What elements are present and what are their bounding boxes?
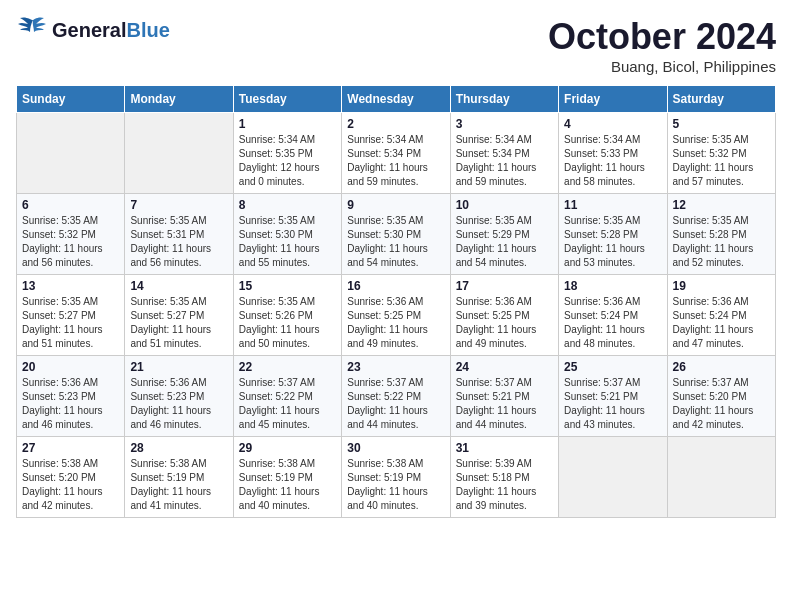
- sunrise-text: Sunrise: 5:34 AM: [456, 134, 532, 145]
- day-info: Sunrise: 5:38 AMSunset: 5:20 PMDaylight:…: [22, 457, 119, 513]
- sunset-text: Sunset: 5:28 PM: [564, 229, 638, 240]
- daylight-text: Daylight: 11 hours and 54 minutes.: [347, 243, 428, 268]
- day-info: Sunrise: 5:38 AMSunset: 5:19 PMDaylight:…: [239, 457, 336, 513]
- day-info: Sunrise: 5:37 AMSunset: 5:20 PMDaylight:…: [673, 376, 770, 432]
- daylight-text: Daylight: 11 hours and 41 minutes.: [130, 486, 211, 511]
- sunrise-text: Sunrise: 5:35 AM: [22, 215, 98, 226]
- daylight-text: Daylight: 11 hours and 56 minutes.: [130, 243, 211, 268]
- sunrise-text: Sunrise: 5:34 AM: [564, 134, 640, 145]
- calendar-cell: 15Sunrise: 5:35 AMSunset: 5:26 PMDayligh…: [233, 275, 341, 356]
- sunset-text: Sunset: 5:27 PM: [22, 310, 96, 321]
- calendar-cell: 3Sunrise: 5:34 AMSunset: 5:34 PMDaylight…: [450, 113, 558, 194]
- calendar-week-row: 13Sunrise: 5:35 AMSunset: 5:27 PMDayligh…: [17, 275, 776, 356]
- daylight-text: Daylight: 11 hours and 50 minutes.: [239, 324, 320, 349]
- sunrise-text: Sunrise: 5:37 AM: [673, 377, 749, 388]
- calendar-cell: 25Sunrise: 5:37 AMSunset: 5:21 PMDayligh…: [559, 356, 667, 437]
- sunset-text: Sunset: 5:21 PM: [564, 391, 638, 402]
- calendar-cell: 6Sunrise: 5:35 AMSunset: 5:32 PMDaylight…: [17, 194, 125, 275]
- day-number: 18: [564, 279, 661, 293]
- day-info: Sunrise: 5:38 AMSunset: 5:19 PMDaylight:…: [347, 457, 444, 513]
- day-info: Sunrise: 5:36 AMSunset: 5:24 PMDaylight:…: [673, 295, 770, 351]
- sunset-text: Sunset: 5:32 PM: [22, 229, 96, 240]
- sunset-text: Sunset: 5:33 PM: [564, 148, 638, 159]
- day-number: 16: [347, 279, 444, 293]
- day-number: 12: [673, 198, 770, 212]
- day-number: 4: [564, 117, 661, 131]
- calendar-cell: 23Sunrise: 5:37 AMSunset: 5:22 PMDayligh…: [342, 356, 450, 437]
- logo-text: GeneralBlue: [52, 19, 170, 42]
- calendar-cell: 18Sunrise: 5:36 AMSunset: 5:24 PMDayligh…: [559, 275, 667, 356]
- sunset-text: Sunset: 5:18 PM: [456, 472, 530, 483]
- day-number: 28: [130, 441, 227, 455]
- calendar-week-row: 6Sunrise: 5:35 AMSunset: 5:32 PMDaylight…: [17, 194, 776, 275]
- day-info: Sunrise: 5:35 AMSunset: 5:32 PMDaylight:…: [673, 133, 770, 189]
- day-info: Sunrise: 5:37 AMSunset: 5:22 PMDaylight:…: [239, 376, 336, 432]
- day-number: 15: [239, 279, 336, 293]
- day-info: Sunrise: 5:36 AMSunset: 5:25 PMDaylight:…: [456, 295, 553, 351]
- day-number: 25: [564, 360, 661, 374]
- daylight-text: Daylight: 11 hours and 44 minutes.: [347, 405, 428, 430]
- calendar-cell: 24Sunrise: 5:37 AMSunset: 5:21 PMDayligh…: [450, 356, 558, 437]
- sunrise-text: Sunrise: 5:35 AM: [673, 134, 749, 145]
- sunrise-text: Sunrise: 5:36 AM: [130, 377, 206, 388]
- day-number: 7: [130, 198, 227, 212]
- calendar-cell: 8Sunrise: 5:35 AMSunset: 5:30 PMDaylight…: [233, 194, 341, 275]
- calendar-cell: [17, 113, 125, 194]
- sunset-text: Sunset: 5:30 PM: [239, 229, 313, 240]
- day-number: 23: [347, 360, 444, 374]
- day-number: 31: [456, 441, 553, 455]
- day-info: Sunrise: 5:35 AMSunset: 5:26 PMDaylight:…: [239, 295, 336, 351]
- calendar-cell: 21Sunrise: 5:36 AMSunset: 5:23 PMDayligh…: [125, 356, 233, 437]
- sunrise-text: Sunrise: 5:38 AM: [347, 458, 423, 469]
- sunset-text: Sunset: 5:21 PM: [456, 391, 530, 402]
- day-info: Sunrise: 5:34 AMSunset: 5:33 PMDaylight:…: [564, 133, 661, 189]
- sunrise-text: Sunrise: 5:38 AM: [22, 458, 98, 469]
- calendar-cell: 22Sunrise: 5:37 AMSunset: 5:22 PMDayligh…: [233, 356, 341, 437]
- daylight-text: Daylight: 11 hours and 44 minutes.: [456, 405, 537, 430]
- daylight-text: Daylight: 11 hours and 58 minutes.: [564, 162, 645, 187]
- calendar-cell: 2Sunrise: 5:34 AMSunset: 5:34 PMDaylight…: [342, 113, 450, 194]
- sunset-text: Sunset: 5:26 PM: [239, 310, 313, 321]
- daylight-text: Daylight: 11 hours and 52 minutes.: [673, 243, 754, 268]
- day-number: 1: [239, 117, 336, 131]
- day-info: Sunrise: 5:36 AMSunset: 5:25 PMDaylight:…: [347, 295, 444, 351]
- col-monday: Monday: [125, 86, 233, 113]
- day-number: 20: [22, 360, 119, 374]
- daylight-text: Daylight: 11 hours and 46 minutes.: [22, 405, 103, 430]
- calendar-cell: 28Sunrise: 5:38 AMSunset: 5:19 PMDayligh…: [125, 437, 233, 518]
- sunrise-text: Sunrise: 5:37 AM: [347, 377, 423, 388]
- sunrise-text: Sunrise: 5:38 AM: [239, 458, 315, 469]
- day-number: 6: [22, 198, 119, 212]
- day-number: 5: [673, 117, 770, 131]
- daylight-text: Daylight: 11 hours and 49 minutes.: [347, 324, 428, 349]
- day-info: Sunrise: 5:35 AMSunset: 5:28 PMDaylight:…: [673, 214, 770, 270]
- daylight-text: Daylight: 11 hours and 49 minutes.: [456, 324, 537, 349]
- sunrise-text: Sunrise: 5:36 AM: [564, 296, 640, 307]
- calendar-cell: 11Sunrise: 5:35 AMSunset: 5:28 PMDayligh…: [559, 194, 667, 275]
- sunset-text: Sunset: 5:20 PM: [673, 391, 747, 402]
- day-info: Sunrise: 5:35 AMSunset: 5:30 PMDaylight:…: [239, 214, 336, 270]
- daylight-text: Daylight: 11 hours and 40 minutes.: [347, 486, 428, 511]
- sunrise-text: Sunrise: 5:35 AM: [456, 215, 532, 226]
- calendar-cell: 10Sunrise: 5:35 AMSunset: 5:29 PMDayligh…: [450, 194, 558, 275]
- sunset-text: Sunset: 5:19 PM: [347, 472, 421, 483]
- sunset-text: Sunset: 5:34 PM: [456, 148, 530, 159]
- daylight-text: Daylight: 11 hours and 42 minutes.: [22, 486, 103, 511]
- daylight-text: Daylight: 11 hours and 39 minutes.: [456, 486, 537, 511]
- sunrise-text: Sunrise: 5:36 AM: [22, 377, 98, 388]
- sunrise-text: Sunrise: 5:35 AM: [130, 296, 206, 307]
- sunset-text: Sunset: 5:34 PM: [347, 148, 421, 159]
- day-info: Sunrise: 5:35 AMSunset: 5:32 PMDaylight:…: [22, 214, 119, 270]
- day-number: 21: [130, 360, 227, 374]
- day-info: Sunrise: 5:34 AMSunset: 5:35 PMDaylight:…: [239, 133, 336, 189]
- sunrise-text: Sunrise: 5:34 AM: [239, 134, 315, 145]
- day-number: 24: [456, 360, 553, 374]
- calendar-cell: 7Sunrise: 5:35 AMSunset: 5:31 PMDaylight…: [125, 194, 233, 275]
- sunset-text: Sunset: 5:29 PM: [456, 229, 530, 240]
- day-number: 13: [22, 279, 119, 293]
- day-info: Sunrise: 5:37 AMSunset: 5:21 PMDaylight:…: [456, 376, 553, 432]
- sunset-text: Sunset: 5:25 PM: [456, 310, 530, 321]
- daylight-text: Daylight: 11 hours and 45 minutes.: [239, 405, 320, 430]
- calendar-cell: 4Sunrise: 5:34 AMSunset: 5:33 PMDaylight…: [559, 113, 667, 194]
- logo: GeneralBlue: [16, 16, 170, 44]
